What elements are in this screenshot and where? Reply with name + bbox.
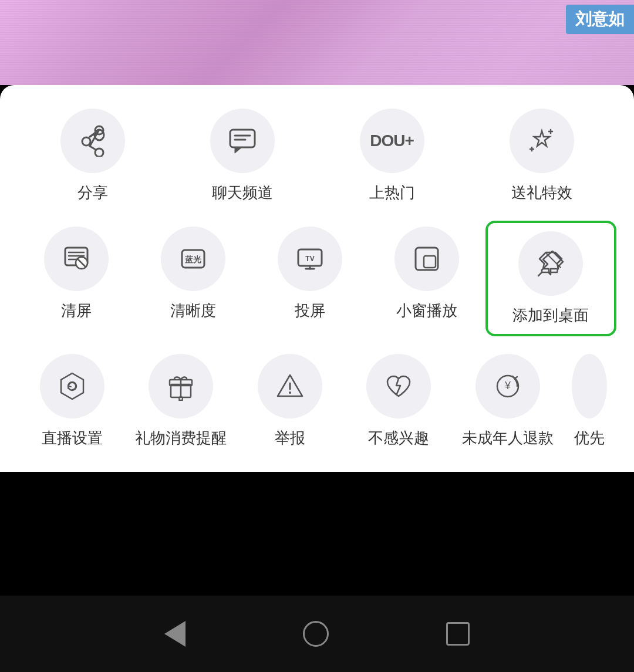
chat-icon-circle [210,109,275,173]
menu-item-refund[interactable]: ¥ 未成年人退款 [453,354,562,448]
small-window-icon [411,243,443,275]
broken-heart-icon-circle [366,354,431,418]
more-label: 优先 [574,428,605,448]
clear-screen-icon [60,243,92,275]
share-label: 分享 [77,183,108,203]
menu-item-add-desktop[interactable]: 添加到桌面 [485,221,616,336]
quality-label: 清晰度 [170,300,216,321]
refund-icon-circle: ¥ [476,354,540,418]
menu-item-gift-effect[interactable]: 送礼特效 [467,109,616,203]
svg-line-4 [90,146,96,150]
menu-row-1: 分享 聊天频道 DOU+ 上热门 [0,109,634,203]
menu-item-not-interested[interactable]: 不感兴趣 [344,354,453,448]
dou-text: DOU+ [370,131,414,150]
svg-line-27 [538,272,542,276]
gift-icon-circle [149,354,213,418]
warning-icon-circle [258,354,322,418]
svg-text:¥: ¥ [504,380,511,391]
broken-heart-icon [383,370,414,402]
small-window-icon-circle [394,227,459,291]
quality-icon-circle: 蓝光 [161,227,225,291]
tv-icon-circle: TV [278,227,342,291]
menu-item-quality[interactable]: 蓝光 清晰度 [134,227,251,321]
nav-recents-button[interactable] [446,622,470,646]
share-icon [77,125,109,157]
share-icon-circle [60,109,125,173]
menu-item-chat-channel[interactable]: 聊天频道 [167,109,317,203]
chat-channel-label: 聊天频道 [212,183,273,203]
menu-item-share[interactable]: 分享 [18,109,167,203]
menu-row-2: 清屏 蓝光 清晰度 TV 投屏 [0,227,634,330]
pin-icon-circle [518,231,583,296]
user-name-badge: 刘意如 [566,5,634,34]
gift-reminder-label: 礼物消费提醒 [135,428,227,448]
clear-screen-label: 清屏 [61,300,92,321]
svg-rect-24 [416,248,438,270]
menu-item-small-window[interactable]: 小窗播放 [369,227,485,321]
more-icon-circle [572,354,607,418]
menu-item-hot[interactable]: DOU+ 上热门 [317,109,467,203]
svg-point-36 [289,391,291,394]
dou-icon-circle: DOU+ [360,109,424,173]
svg-marker-28 [61,373,83,399]
gift-effect-label: 送礼特效 [511,183,572,203]
warning-icon [274,370,306,402]
settings-hex-icon [56,370,88,402]
tv-icon: TV [294,243,326,275]
menu-item-cast[interactable]: TV 投屏 [251,227,368,321]
menu-item-clear-screen[interactable]: 清屏 [18,227,134,321]
top-background: 刘意如 [0,0,634,85]
clear-screen-icon-circle [44,227,109,291]
svg-rect-25 [424,256,436,268]
hot-label: 上热门 [369,183,415,203]
refund-label: 未成年人退款 [462,428,554,448]
report-label: 举报 [275,428,305,448]
cast-label: 投屏 [295,300,325,321]
action-modal: 分享 聊天频道 DOU+ 上热门 [0,85,634,472]
menu-item-report[interactable]: 举报 [235,354,344,448]
gift-icon [165,370,197,402]
menu-item-gift-reminder[interactable]: 礼物消费提醒 [126,354,235,448]
settings-hex-icon-circle [40,354,104,418]
menu-row-3: 直播设置 礼物消费提醒 [0,354,634,448]
sparkle-star-icon-circle [510,109,574,173]
small-window-label: 小窗播放 [396,300,457,321]
refund-icon: ¥ [492,370,524,402]
sparkle-star-icon [526,125,558,157]
nav-home-button[interactable] [303,621,329,647]
not-interested-label: 不感兴趣 [368,428,429,448]
menu-item-live-settings[interactable]: 直播设置 [18,354,126,448]
svg-text:蓝光: 蓝光 [185,255,201,264]
nav-back-button[interactable] [164,621,186,647]
pin-icon [535,248,566,279]
svg-point-0 [82,137,90,146]
svg-rect-5 [230,130,255,147]
menu-item-more[interactable]: 优先 [562,354,616,448]
chat-icon [227,125,258,157]
live-settings-label: 直播设置 [42,428,103,448]
quality-icon: 蓝光 [177,243,209,275]
add-desktop-label: 添加到桌面 [512,305,589,326]
svg-text:TV: TV [305,255,314,263]
android-nav-bar [0,596,634,672]
